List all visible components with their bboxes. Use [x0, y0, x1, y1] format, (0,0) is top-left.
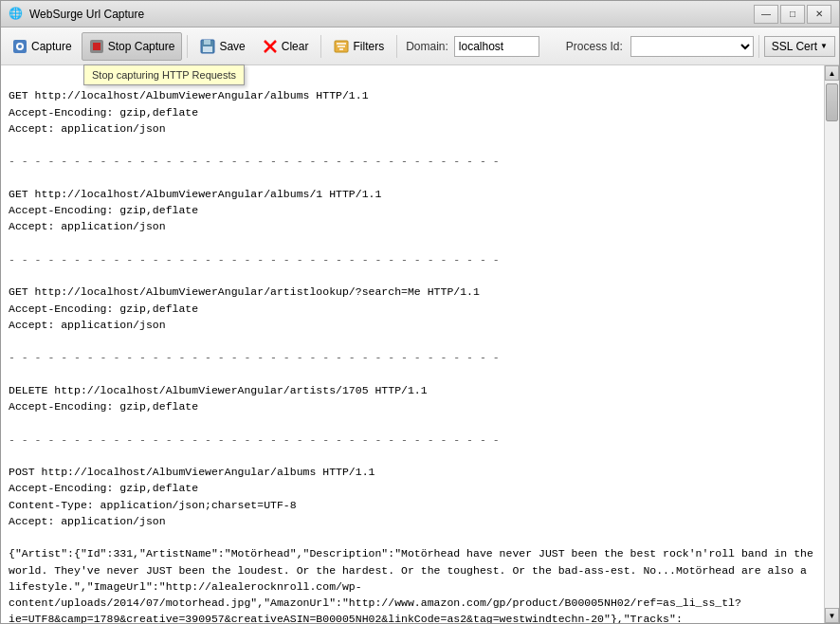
stop-capture-label: Stop Capture	[108, 40, 175, 53]
save-label: Save	[219, 40, 245, 53]
process-id-dropdown[interactable]	[630, 36, 754, 57]
app-icon: 🌐	[9, 7, 24, 22]
sep1	[187, 35, 188, 58]
domain-input[interactable]	[454, 36, 539, 57]
sep2	[320, 35, 321, 58]
clear-icon	[263, 39, 278, 54]
json-body: {"Artist":{"Id":331,"ArtistName":"Motörh…	[9, 547, 820, 623]
stop-capture-button[interactable]: Stop Capture	[82, 32, 183, 61]
main-window: 🌐 WebSurge Url Capture — □ ✕ Capture Sto…	[0, 0, 840, 624]
close-button[interactable]: ✕	[807, 5, 831, 24]
title-bar: 🌐 WebSurge Url Capture — □ ✕	[1, 1, 839, 28]
log-entry-4: DELETE http://localhost/AlbumViewerAngul…	[9, 384, 428, 413]
ssl-cert-label: SSL Cert	[772, 40, 817, 53]
svg-rect-7	[203, 46, 212, 52]
divider-3: - - - - - - - - - - - - - - - - - - - - …	[9, 351, 500, 363]
scroll-thumb[interactable]	[826, 83, 838, 121]
domain-label: Domain:	[402, 40, 452, 53]
capture-label: Capture	[31, 40, 72, 53]
save-button[interactable]: Save	[192, 32, 252, 61]
maximize-button[interactable]: □	[780, 5, 805, 24]
sep4	[758, 35, 759, 58]
log-entry-2: GET http://localhost/AlbumViewerAngular/…	[9, 188, 381, 233]
svg-point-2	[18, 45, 22, 48]
filters-button[interactable]: Filters	[326, 32, 392, 61]
stop-capture-icon	[89, 39, 104, 54]
window-controls: — □ ✕	[754, 5, 831, 24]
stop-capture-tooltip: Stop capturing HTTP Requests	[83, 64, 245, 85]
sep3	[396, 35, 397, 58]
log-entry-5: POST http://localhost/AlbumViewerAngular…	[9, 466, 374, 527]
svg-rect-4	[93, 43, 100, 50]
divider-1: - - - - - - - - - - - - - - - - - - - - …	[9, 155, 500, 167]
process-id-label: Process Id:	[562, 40, 627, 53]
scrollbar: ▲ ▼	[824, 65, 839, 623]
divider-2: - - - - - - - - - - - - - - - - - - - - …	[9, 253, 500, 266]
scroll-down-button[interactable]: ▼	[825, 608, 839, 623]
window-title: WebSurge Url Capture	[29, 8, 754, 21]
capture-button[interactable]: Capture	[5, 32, 80, 61]
clear-button[interactable]: Clear	[255, 32, 317, 61]
save-icon	[200, 39, 215, 54]
divider-4: - - - - - - - - - - - - - - - - - - - - …	[9, 433, 500, 446]
clear-label: Clear	[282, 40, 309, 53]
content-area: GET http://localhost/AlbumViewerAngular/…	[1, 65, 839, 623]
scroll-up-button[interactable]: ▲	[825, 65, 839, 81]
svg-rect-6	[204, 40, 210, 45]
scroll-track	[825, 81, 839, 608]
log-entry-3: GET http://localhost/AlbumViewerAngular/…	[9, 285, 480, 331]
process-id-area: Process Id:	[562, 36, 754, 57]
ssl-cert-dropdown-icon: ▼	[820, 42, 828, 50]
ssl-cert-button[interactable]: SSL Cert ▼	[764, 36, 835, 57]
toolbar: Capture Stop Capture Save	[1, 28, 839, 65]
capture-icon	[12, 39, 27, 54]
log-entry-1: GET http://localhost/AlbumViewerAngular/…	[9, 89, 369, 135]
http-log[interactable]: GET http://localhost/AlbumViewerAngular/…	[1, 65, 824, 623]
filters-icon	[334, 39, 349, 54]
minimize-button[interactable]: —	[754, 5, 778, 24]
filters-label: Filters	[353, 40, 384, 53]
